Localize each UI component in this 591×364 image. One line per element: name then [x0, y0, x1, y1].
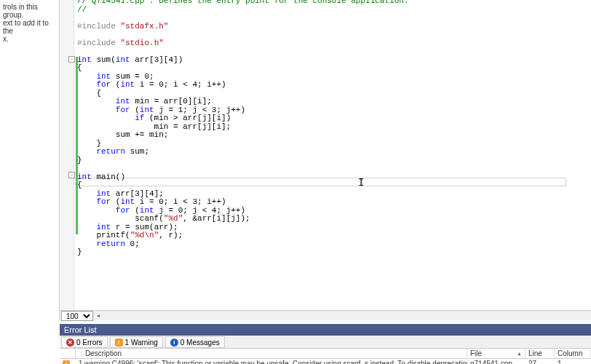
- hscroll-left-icon[interactable]: ◂: [93, 311, 103, 321]
- warnings-tab-label: 1 Warning: [125, 339, 158, 347]
- col-description[interactable]: Description: [82, 349, 467, 358]
- code-content[interactable]: // Q714541.cpp : Defines the entry point…: [74, 0, 591, 307]
- sort-asc-icon: ▲: [517, 349, 522, 359]
- left-panel-text: x.: [3, 35, 56, 43]
- error-icon: ✕: [66, 339, 74, 347]
- left-panel-text: ext to add it to the: [3, 19, 56, 35]
- row-line: 27: [525, 359, 555, 364]
- left-panel-text: trols in this group.: [3, 3, 56, 19]
- text-caret-icon: I: [358, 177, 364, 189]
- row-column: 1: [555, 359, 591, 364]
- error-list-title: Error List: [64, 325, 97, 334]
- col-num[interactable]: [76, 349, 82, 358]
- col-line[interactable]: Line: [525, 349, 555, 358]
- errors-tab[interactable]: ✕ 0 Errors: [61, 336, 108, 348]
- row-num: 1: [76, 359, 82, 364]
- warning-icon: !: [115, 339, 123, 347]
- left-info-panel: trols in this group. ext to add it to th…: [0, 0, 60, 320]
- error-list-filter-tabs: ✕ 0 Errors ! 1 Warning i 0 Messages: [60, 336, 591, 349]
- col-icon[interactable]: [60, 349, 76, 358]
- row-desc: warning C4996: 'scanf': This function or…: [82, 359, 467, 364]
- messages-tab-label: 0 Messages: [181, 339, 220, 347]
- warning-icon: !: [63, 360, 70, 364]
- error-list-columns: Description File ▲ Line Column: [60, 349, 591, 359]
- messages-tab[interactable]: i 0 Messages: [165, 336, 225, 348]
- col-column[interactable]: Column: [555, 349, 591, 358]
- zoom-select[interactable]: 100 %: [61, 311, 93, 321]
- error-list-title-bar[interactable]: Error List: [60, 324, 591, 336]
- row-file: q714541.cpp: [467, 359, 525, 364]
- info-icon: i: [170, 339, 178, 347]
- error-list-row[interactable]: ! 1 warning C4996: 'scanf': This functio…: [60, 359, 591, 364]
- col-file[interactable]: File ▲: [467, 349, 525, 358]
- errors-tab-label: 0 Errors: [76, 339, 103, 347]
- warnings-tab[interactable]: ! 1 Warning: [110, 336, 163, 348]
- editor-gutter: [60, 0, 74, 310]
- code-editor[interactable]: - - // Q714541.cpp : Defines the entry p…: [60, 0, 591, 310]
- editor-footer-bar: 100 % ◂: [60, 310, 591, 320]
